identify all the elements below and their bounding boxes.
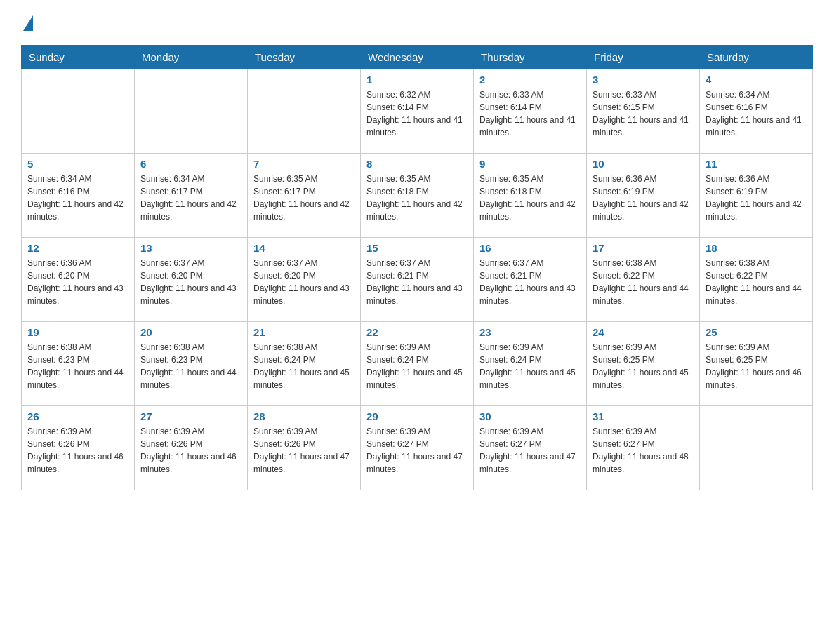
calendar-cell: 23Sunrise: 6:39 AM Sunset: 6:24 PM Dayli… bbox=[474, 322, 587, 406]
calendar-cell: 7Sunrise: 6:35 AM Sunset: 6:17 PM Daylig… bbox=[248, 154, 361, 238]
day-number: 11 bbox=[706, 158, 807, 170]
day-number: 13 bbox=[140, 242, 241, 254]
calendar-cell: 21Sunrise: 6:38 AM Sunset: 6:24 PM Dayli… bbox=[248, 322, 361, 406]
day-info: Sunrise: 6:34 AM Sunset: 6:16 PM Dayligh… bbox=[706, 88, 807, 139]
header-thursday: Thursday bbox=[474, 46, 587, 69]
calendar-cell: 2Sunrise: 6:33 AM Sunset: 6:14 PM Daylig… bbox=[474, 69, 587, 154]
header-monday: Monday bbox=[135, 46, 248, 69]
day-number: 6 bbox=[140, 158, 241, 170]
week-row-2: 5Sunrise: 6:34 AM Sunset: 6:16 PM Daylig… bbox=[22, 154, 813, 238]
day-info: Sunrise: 6:35 AM Sunset: 6:18 PM Dayligh… bbox=[479, 173, 581, 223]
day-info: Sunrise: 6:39 AM Sunset: 6:27 PM Dayligh… bbox=[479, 425, 581, 476]
header-friday: Friday bbox=[587, 46, 700, 69]
day-info: Sunrise: 6:38 AM Sunset: 6:22 PM Dayligh… bbox=[706, 257, 807, 307]
day-info: Sunrise: 6:39 AM Sunset: 6:26 PM Dayligh… bbox=[140, 425, 241, 476]
day-number: 3 bbox=[593, 74, 694, 86]
day-number: 9 bbox=[479, 158, 581, 170]
calendar-cell bbox=[700, 406, 813, 490]
day-info: Sunrise: 6:39 AM Sunset: 6:27 PM Dayligh… bbox=[366, 425, 468, 476]
day-number: 5 bbox=[27, 158, 128, 170]
calendar-cell: 28Sunrise: 6:39 AM Sunset: 6:26 PM Dayli… bbox=[248, 406, 361, 490]
calendar-cell: 22Sunrise: 6:39 AM Sunset: 6:24 PM Dayli… bbox=[361, 322, 474, 406]
day-info: Sunrise: 6:33 AM Sunset: 6:15 PM Dayligh… bbox=[593, 88, 694, 139]
day-info: Sunrise: 6:33 AM Sunset: 6:14 PM Dayligh… bbox=[479, 88, 581, 139]
calendar-cell: 27Sunrise: 6:39 AM Sunset: 6:26 PM Dayli… bbox=[135, 406, 248, 490]
calendar-cell: 20Sunrise: 6:38 AM Sunset: 6:23 PM Dayli… bbox=[135, 322, 248, 406]
day-number: 17 bbox=[593, 242, 694, 254]
day-info: Sunrise: 6:37 AM Sunset: 6:20 PM Dayligh… bbox=[140, 257, 241, 307]
day-info: Sunrise: 6:39 AM Sunset: 6:24 PM Dayligh… bbox=[366, 341, 468, 391]
day-number: 7 bbox=[253, 158, 355, 170]
calendar-cell bbox=[135, 69, 248, 154]
day-number: 23 bbox=[479, 326, 581, 338]
day-info: Sunrise: 6:35 AM Sunset: 6:17 PM Dayligh… bbox=[253, 173, 355, 223]
calendar-header-row: SundayMondayTuesdayWednesdayThursdayFrid… bbox=[22, 46, 813, 69]
header-wednesday: Wednesday bbox=[361, 46, 474, 69]
calendar-cell: 30Sunrise: 6:39 AM Sunset: 6:27 PM Dayli… bbox=[474, 406, 587, 490]
day-number: 24 bbox=[593, 326, 694, 338]
day-info: Sunrise: 6:39 AM Sunset: 6:25 PM Dayligh… bbox=[706, 341, 807, 391]
day-number: 22 bbox=[366, 326, 468, 338]
day-info: Sunrise: 6:39 AM Sunset: 6:27 PM Dayligh… bbox=[593, 425, 694, 476]
calendar-cell: 3Sunrise: 6:33 AM Sunset: 6:15 PM Daylig… bbox=[587, 69, 700, 154]
day-number: 18 bbox=[706, 242, 807, 254]
calendar-cell: 11Sunrise: 6:36 AM Sunset: 6:19 PM Dayli… bbox=[700, 154, 813, 238]
calendar-cell: 15Sunrise: 6:37 AM Sunset: 6:21 PM Dayli… bbox=[361, 238, 474, 322]
day-number: 27 bbox=[140, 410, 241, 422]
calendar-cell: 4Sunrise: 6:34 AM Sunset: 6:16 PM Daylig… bbox=[700, 69, 813, 154]
day-info: Sunrise: 6:38 AM Sunset: 6:22 PM Dayligh… bbox=[593, 257, 694, 307]
week-row-1: 1Sunrise: 6:32 AM Sunset: 6:14 PM Daylig… bbox=[22, 69, 813, 154]
calendar-cell: 19Sunrise: 6:38 AM Sunset: 6:23 PM Dayli… bbox=[22, 322, 135, 406]
day-info: Sunrise: 6:35 AM Sunset: 6:18 PM Dayligh… bbox=[366, 173, 468, 223]
day-info: Sunrise: 6:38 AM Sunset: 6:24 PM Dayligh… bbox=[253, 341, 355, 391]
day-number: 1 bbox=[366, 74, 468, 86]
calendar-table: SundayMondayTuesdayWednesdayThursdayFrid… bbox=[21, 45, 813, 490]
day-info: Sunrise: 6:37 AM Sunset: 6:21 PM Dayligh… bbox=[366, 257, 468, 307]
day-number: 21 bbox=[253, 326, 355, 338]
calendar-cell: 6Sunrise: 6:34 AM Sunset: 6:17 PM Daylig… bbox=[135, 154, 248, 238]
page-header bbox=[21, 14, 813, 31]
calendar-cell: 1Sunrise: 6:32 AM Sunset: 6:14 PM Daylig… bbox=[361, 69, 474, 154]
day-info: Sunrise: 6:39 AM Sunset: 6:24 PM Dayligh… bbox=[479, 341, 581, 391]
day-number: 29 bbox=[366, 410, 468, 422]
day-number: 25 bbox=[706, 326, 807, 338]
day-number: 8 bbox=[366, 158, 468, 170]
calendar-cell: 5Sunrise: 6:34 AM Sunset: 6:16 PM Daylig… bbox=[22, 154, 135, 238]
logo bbox=[21, 14, 33, 31]
day-number: 20 bbox=[140, 326, 241, 338]
day-number: 12 bbox=[27, 242, 128, 254]
day-info: Sunrise: 6:37 AM Sunset: 6:21 PM Dayligh… bbox=[479, 257, 581, 307]
day-number: 31 bbox=[593, 410, 694, 422]
header-sunday: Sunday bbox=[22, 46, 135, 69]
calendar-cell: 26Sunrise: 6:39 AM Sunset: 6:26 PM Dayli… bbox=[22, 406, 135, 490]
calendar-cell: 16Sunrise: 6:37 AM Sunset: 6:21 PM Dayli… bbox=[474, 238, 587, 322]
week-row-3: 12Sunrise: 6:36 AM Sunset: 6:20 PM Dayli… bbox=[22, 238, 813, 322]
calendar-cell: 17Sunrise: 6:38 AM Sunset: 6:22 PM Dayli… bbox=[587, 238, 700, 322]
day-info: Sunrise: 6:37 AM Sunset: 6:20 PM Dayligh… bbox=[253, 257, 355, 307]
calendar-cell: 9Sunrise: 6:35 AM Sunset: 6:18 PM Daylig… bbox=[474, 154, 587, 238]
day-info: Sunrise: 6:36 AM Sunset: 6:19 PM Dayligh… bbox=[593, 173, 694, 223]
week-row-5: 26Sunrise: 6:39 AM Sunset: 6:26 PM Dayli… bbox=[22, 406, 813, 490]
calendar-cell: 18Sunrise: 6:38 AM Sunset: 6:22 PM Dayli… bbox=[700, 238, 813, 322]
calendar-cell: 10Sunrise: 6:36 AM Sunset: 6:19 PM Dayli… bbox=[587, 154, 700, 238]
day-info: Sunrise: 6:39 AM Sunset: 6:26 PM Dayligh… bbox=[27, 425, 128, 476]
calendar-cell: 24Sunrise: 6:39 AM Sunset: 6:25 PM Dayli… bbox=[587, 322, 700, 406]
calendar-cell bbox=[248, 69, 361, 154]
calendar-cell: 12Sunrise: 6:36 AM Sunset: 6:20 PM Dayli… bbox=[22, 238, 135, 322]
calendar-cell bbox=[22, 69, 135, 154]
day-number: 19 bbox=[27, 326, 128, 338]
calendar-cell: 25Sunrise: 6:39 AM Sunset: 6:25 PM Dayli… bbox=[700, 322, 813, 406]
calendar-cell: 29Sunrise: 6:39 AM Sunset: 6:27 PM Dayli… bbox=[361, 406, 474, 490]
day-info: Sunrise: 6:34 AM Sunset: 6:17 PM Dayligh… bbox=[140, 173, 241, 223]
day-info: Sunrise: 6:38 AM Sunset: 6:23 PM Dayligh… bbox=[27, 341, 128, 391]
day-info: Sunrise: 6:34 AM Sunset: 6:16 PM Dayligh… bbox=[27, 173, 128, 223]
day-number: 16 bbox=[479, 242, 581, 254]
day-number: 4 bbox=[706, 74, 807, 86]
day-info: Sunrise: 6:38 AM Sunset: 6:23 PM Dayligh… bbox=[140, 341, 241, 391]
day-number: 15 bbox=[366, 242, 468, 254]
calendar-cell: 13Sunrise: 6:37 AM Sunset: 6:20 PM Dayli… bbox=[135, 238, 248, 322]
day-number: 14 bbox=[253, 242, 355, 254]
week-row-4: 19Sunrise: 6:38 AM Sunset: 6:23 PM Dayli… bbox=[22, 322, 813, 406]
day-number: 26 bbox=[27, 410, 128, 422]
day-number: 2 bbox=[479, 74, 581, 86]
